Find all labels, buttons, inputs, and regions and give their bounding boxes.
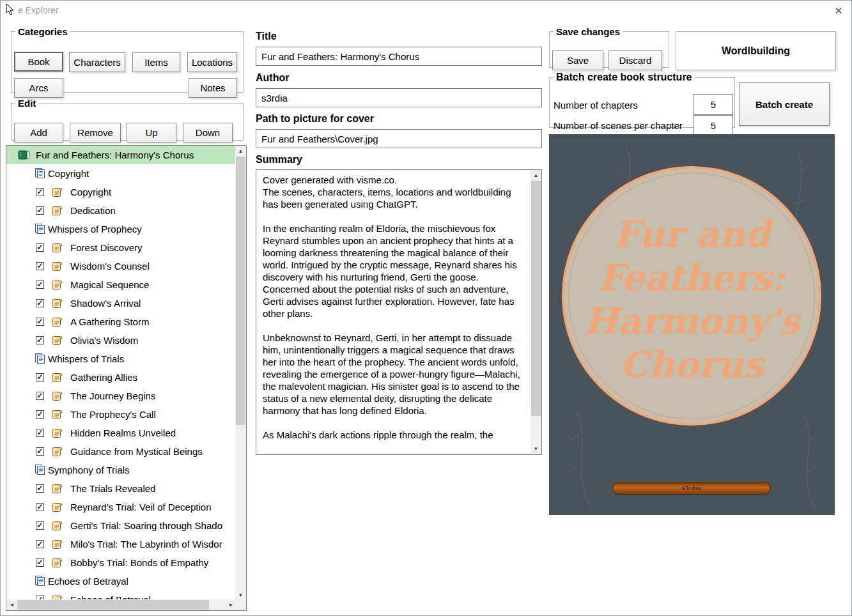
characters-button[interactable]: Characters xyxy=(69,52,125,72)
scene-checkbox[interactable]: ✓ xyxy=(36,373,44,381)
scene-icon xyxy=(51,558,63,567)
chapters-count-input[interactable] xyxy=(693,94,733,115)
scene-icon xyxy=(51,595,63,599)
tree-item-scene[interactable]: ✓Olivia's Wisdom xyxy=(6,331,235,350)
tree-item-label: Echoes of Betrayal xyxy=(70,594,151,599)
scene-checkbox[interactable]: ✓ xyxy=(36,429,44,437)
scroll-down-icon[interactable]: ▼ xyxy=(531,443,541,454)
scene-checkbox[interactable]: ✓ xyxy=(36,243,44,252)
tree-item-chapter[interactable]: Whispers of Prophecy xyxy=(6,220,235,238)
tree-horizontal-scrollbar[interactable]: ◄ ► xyxy=(6,599,236,610)
scene-checkbox[interactable]: ✓ xyxy=(36,336,44,344)
scenes-count-label: Number of scenes per chapter xyxy=(554,120,683,131)
tree-item-scene[interactable]: ✓Forest Discovery xyxy=(6,238,235,257)
discard-button[interactable]: Discard xyxy=(608,50,662,70)
chapter-icon xyxy=(35,224,45,235)
scene-checkbox[interactable]: ✓ xyxy=(36,410,44,419)
tree-item-scene[interactable]: ✓Gerti's Trial: Soaring through Shado xyxy=(6,516,235,535)
tree-item-scene[interactable]: ✓Bobby's Trial: Bonds of Empathy xyxy=(6,553,235,572)
tree-item-scene[interactable]: ✓Milo's Trial: The Labyrinth of Wisdor xyxy=(6,535,235,553)
scene-checkbox[interactable]: ✓ xyxy=(36,521,44,530)
tree-item-label: Gathering Allies xyxy=(70,372,137,383)
scene-icon xyxy=(51,298,63,308)
tree-item-chapter[interactable]: Copyright xyxy=(6,164,235,183)
tree-item-scene[interactable]: ✓Guidance from Mystical Beings xyxy=(6,442,235,461)
tree-item-scene[interactable]: ✓Reynard's Trial: Veil of Deception xyxy=(6,498,235,516)
cover-path-input[interactable] xyxy=(256,129,542,148)
summary-vscroll-thumb[interactable] xyxy=(531,181,541,416)
batch-create-group-label: Batch create book structure xyxy=(554,72,695,83)
tree-item-scene[interactable]: ✓Gathering Allies xyxy=(6,368,235,387)
tree-vscroll-thumb[interactable] xyxy=(236,157,245,425)
tree-item-chapter[interactable]: Whispers of Trials xyxy=(6,350,235,368)
save-button[interactable]: Save xyxy=(552,50,603,70)
tree-item-scene[interactable]: ✓Echoes of Betrayal xyxy=(6,590,235,599)
scene-checkbox[interactable]: ✓ xyxy=(36,262,44,270)
tree-item-scene[interactable]: ✓The Journey Begins xyxy=(6,387,235,405)
tree-item-scene[interactable]: ✓Hidden Realms Unveiled xyxy=(6,424,235,442)
title-bar: e Explorer ✕ xyxy=(1,1,851,20)
summary-vertical-scrollbar[interactable]: ▲ ▼ xyxy=(531,170,541,454)
scene-icon xyxy=(51,261,63,271)
tree-item-scene[interactable]: ✓A Gathering Storm xyxy=(6,312,235,331)
tree-item-label: Reynard's Trial: Veil of Deception xyxy=(70,502,211,512)
scene-checkbox[interactable]: ✓ xyxy=(36,503,44,511)
notes-button[interactable]: Notes xyxy=(189,78,237,98)
worldbuilding-button[interactable]: Wordlbuilding xyxy=(676,31,836,70)
remove-button[interactable]: Remove xyxy=(70,123,121,142)
tree-item-book[interactable]: Fur and Feathers: Harmony's Chorus xyxy=(6,146,235,164)
cover-title-line: Fur and xyxy=(549,212,835,256)
tree-item-chapter[interactable]: Symphony of Trials xyxy=(6,461,235,479)
tree-item-scene[interactable]: ✓The Prophecy's Call xyxy=(6,405,235,424)
summary-text: Cover generated with visme.co. The scene… xyxy=(256,170,531,454)
scene-checkbox[interactable]: ✓ xyxy=(36,540,44,548)
tree-item-scene[interactable]: ✓Shadow's Arrival xyxy=(6,294,235,312)
cover-title: Fur and Feathers: Harmony's Chorus xyxy=(549,212,835,386)
scene-checkbox[interactable]: ✓ xyxy=(36,484,44,493)
chapter-icon xyxy=(35,465,45,475)
scroll-up-icon[interactable]: ▲ xyxy=(235,146,246,157)
locations-button[interactable]: Locations xyxy=(187,52,237,72)
tree-item-scene[interactable]: ✓Wisdom's Counsel xyxy=(6,257,235,275)
tree-item-label: Olivia's Wisdom xyxy=(70,335,138,346)
scene-checkbox[interactable]: ✓ xyxy=(36,318,44,326)
chapter-icon xyxy=(35,353,45,364)
tree-item-scene[interactable]: ✓Copyright xyxy=(6,183,235,201)
chapter-icon xyxy=(35,576,45,587)
add-button[interactable]: Add xyxy=(14,123,63,142)
close-icon[interactable]: ✕ xyxy=(832,4,846,18)
down-button[interactable]: Down xyxy=(183,123,233,142)
summary-textarea[interactable]: Cover generated with visme.co. The scene… xyxy=(256,169,542,455)
tree-vertical-scrollbar[interactable]: ▲ ▼ xyxy=(235,146,246,601)
arcs-button[interactable]: Arcs xyxy=(14,78,63,98)
scene-icon xyxy=(51,410,63,419)
batch-create-group: Batch create book structure Number of ch… xyxy=(549,72,735,128)
scroll-up-icon[interactable]: ▲ xyxy=(531,170,541,181)
edit-group: Edit Add Remove Up Down xyxy=(11,98,244,141)
book-button[interactable]: Book xyxy=(14,52,63,72)
mouse-cursor-icon xyxy=(6,3,14,17)
scene-checkbox[interactable]: ✓ xyxy=(36,392,44,400)
tree-item-scene[interactable]: ✓Dedication xyxy=(6,201,235,220)
scroll-left-icon[interactable]: ◄ xyxy=(6,599,17,610)
up-button[interactable]: Up xyxy=(127,123,176,142)
items-button[interactable]: Items xyxy=(132,52,180,72)
title-input[interactable] xyxy=(256,47,542,66)
scene-checkbox[interactable]: ✓ xyxy=(36,206,44,215)
scene-checkbox[interactable]: ✓ xyxy=(36,188,44,196)
author-input[interactable] xyxy=(256,88,542,107)
scene-checkbox[interactable]: ✓ xyxy=(36,299,44,307)
scene-checkbox[interactable]: ✓ xyxy=(36,447,44,456)
tree-item-scene[interactable]: ✓The Trials Revealed xyxy=(6,479,235,498)
scene-checkbox[interactable]: ✓ xyxy=(36,558,44,567)
scenes-count-input[interactable] xyxy=(693,115,733,136)
scene-checkbox[interactable]: ✓ xyxy=(36,281,44,289)
tree-item-chapter[interactable]: Echoes of Betrayal xyxy=(6,572,235,590)
title-label: Title xyxy=(256,31,277,42)
scene-icon xyxy=(51,539,63,549)
tree-item-scene[interactable]: ✓Magical Sequence xyxy=(6,275,235,294)
scene-icon xyxy=(51,335,63,345)
scene-icon xyxy=(51,502,63,512)
tree-hscroll-thumb[interactable] xyxy=(17,600,209,610)
batch-create-button[interactable]: Batch create xyxy=(739,82,830,126)
